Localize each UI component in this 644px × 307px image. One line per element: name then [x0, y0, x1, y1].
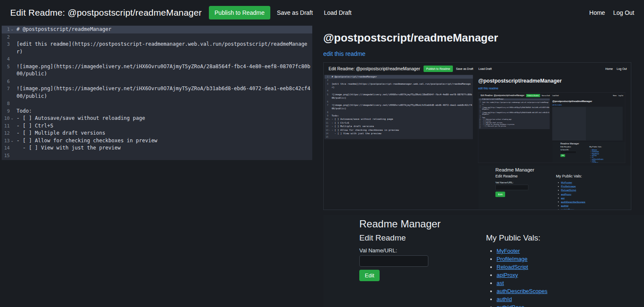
line-number: 12	[2, 130, 10, 137]
markdown-editor: 1⌄ # @postpostscript/readmeManager 2 3 […	[479, 98, 550, 129]
line-text: - [ ] Autosave/save without reloading pa…	[330, 118, 473, 121]
editor-line[interactable]: 12 - [ ] Multiple draft versions	[2, 130, 312, 137]
line-number: 4	[325, 89, 328, 93]
page-title: Edit Readme: @postpostscript/readmeManag…	[10, 8, 202, 18]
line-gutter: 14	[325, 132, 330, 135]
editor-line[interactable]: 8	[2, 100, 312, 108]
line-gutter: 5	[325, 93, 330, 100]
line-number: 7	[325, 103, 328, 111]
line-gutter: 1⌄	[325, 75, 330, 78]
fold-toggle-icon[interactable]: ⌄	[10, 137, 14, 145]
editor-line[interactable]: 13⌄ - [ ] Allow for checking checkboxes …	[2, 137, 312, 145]
editor-line[interactable]: 5 ![image.png](https://imagedelivery.net…	[2, 63, 312, 78]
val-link: authId	[561, 204, 568, 207]
fold-toggle-icon[interactable]: ⌄	[10, 26, 14, 33]
save-as-draft-button: Save as Draft	[541, 95, 550, 97]
load-draft-button: Load Draft	[478, 67, 491, 71]
edit-button-image: Edit	[561, 154, 565, 157]
line-number: 13	[325, 128, 328, 132]
load-draft-button[interactable]: Load Draft	[324, 9, 351, 16]
line-number: 3	[2, 41, 10, 55]
public-vals-heading: My Public Vals:	[589, 146, 603, 148]
line-text	[14, 78, 312, 86]
line-text: - [ ] View with just the preview	[14, 144, 312, 152]
fold-spacer	[10, 122, 14, 130]
val-link: authIdBase	[561, 208, 574, 209]
editor-line: 12 - [ ] Multiple draft versions	[325, 124, 473, 128]
readme-manager-app: Edit Readme: @postpostscript/readmeManag…	[0, 0, 644, 307]
editor-line: 8	[325, 111, 473, 114]
markdown-editor[interactable]: 1⌄ # @postpostscript/readmeManager 2 3 […	[2, 25, 312, 160]
line-text: - [ ] Multiple draft versions	[14, 130, 312, 137]
topbar: Edit Readme: @postpostscript/readmeManag…	[478, 93, 625, 99]
homepage-title: Readme Manager	[359, 218, 486, 230]
line-gutter: 6	[325, 100, 330, 103]
fold-spacer	[10, 78, 14, 86]
edit-this-readme-link[interactable]: edit this readme	[323, 50, 366, 57]
topbar-nav: Home Log Out	[613, 95, 623, 97]
line-text: [edit this readme](https://postpostscrip…	[482, 102, 550, 105]
line-number: 7	[2, 85, 10, 100]
line-text	[14, 100, 312, 108]
editor-line[interactable]: 3 [edit this readme](https://postpostscr…	[2, 41, 312, 55]
editor-line: 1⌄ # @postpostscript/readmeManager	[325, 75, 473, 78]
line-gutter: 13⌄	[2, 137, 14, 145]
val-name-url-label: Val Name/URL:	[561, 149, 589, 150]
load-draft-button: Load Draft	[552, 95, 559, 97]
val-name-url-label: Val Name/URL:	[359, 247, 486, 254]
line-text	[14, 55, 312, 63]
editor-line[interactable]: 14 - [ ] View with just the preview	[2, 144, 312, 152]
val-link: authDescribeScopes	[561, 200, 585, 203]
logout-link[interactable]: Log Out	[613, 9, 634, 16]
line-number: 6	[2, 78, 10, 86]
editor-line: 15	[325, 135, 473, 138]
val-link: ast	[561, 196, 564, 199]
line-gutter: 5	[479, 107, 482, 111]
fold-spacer	[10, 144, 14, 152]
line-number: 12	[325, 124, 328, 128]
val-link: ProfileImage	[497, 256, 527, 262]
page-title: Edit Readme: @postpostscript/readmeManag…	[481, 94, 525, 97]
editor-line[interactable]: 10⌄ - [ ] Autosave/save without reloadin…	[2, 115, 312, 122]
editor-line[interactable]: 4	[2, 55, 312, 63]
editor-line: 6	[325, 100, 473, 103]
save-as-draft-button: Save as Draft	[456, 67, 473, 71]
editor-line[interactable]: 7 ![image.png](https://imagedelivery.net…	[2, 85, 312, 100]
line-number: 2	[325, 79, 328, 82]
line-number: 11	[2, 122, 10, 130]
editor-line[interactable]: 1⌄ # @postpostscript/readmeManager	[2, 26, 312, 33]
homepage-edit-section: Readme Manager Edit Readme Val Name/URL:…	[495, 167, 556, 197]
embedded-image-1: Edit Readme: @postpostscript/readmeManag…	[478, 92, 625, 163]
editor-line: 2	[325, 79, 473, 82]
val-name-url-label: Val Name/URL:	[495, 181, 556, 184]
line-number: 10	[325, 118, 328, 121]
line-gutter: 12	[2, 130, 14, 137]
val-name-input-image	[495, 185, 528, 190]
save-as-draft-button[interactable]: Save as Draft	[277, 9, 313, 16]
line-text: - [ ] Allow for checking checkboxes in p…	[14, 137, 312, 145]
homepage-title: Readme Manager	[495, 167, 556, 172]
editor-line[interactable]: 2	[2, 33, 312, 41]
editor-line[interactable]: 9 Todo:	[2, 108, 312, 115]
line-number: 3	[325, 82, 328, 89]
val-link: ReloadScript	[561, 189, 576, 192]
line-number: 4	[2, 55, 10, 63]
screenshot-content: Edit Readme: @postpostscript/readmeManag…	[478, 93, 625, 163]
home-link[interactable]: Home	[589, 9, 605, 16]
list-item: apiProxy	[561, 192, 585, 196]
markdown-preview: @postpostscript/readmeManager edit this …	[552, 98, 625, 163]
fold-toggle-icon[interactable]: ⌄	[10, 115, 14, 122]
line-number: 15	[2, 152, 10, 160]
markdown-editor: 1⌄ # @postpostscript/readmeManager 2 3 […	[325, 75, 473, 139]
line-text: - [ ] Autosave/save without reloading pa…	[14, 115, 312, 122]
publish-to-readme-button[interactable]: Publish to Readme	[209, 6, 270, 19]
editor-line[interactable]: 11 - [ ] Ctrl+S	[2, 122, 312, 130]
editor-line[interactable]: 15	[2, 152, 312, 160]
val-link: MyFooter	[561, 181, 572, 184]
line-text: ![image.png](https://imagedelivery.net/i…	[14, 85, 312, 100]
editor-line[interactable]: 6	[2, 78, 312, 86]
line-gutter: 4	[2, 55, 14, 63]
topbar: Edit Readme: @postpostscript/readmeManag…	[0, 0, 644, 25]
edit-button-image: Edit	[495, 191, 505, 197]
line-text: ![image.png](https://imagedelivery.net/i…	[482, 107, 550, 111]
